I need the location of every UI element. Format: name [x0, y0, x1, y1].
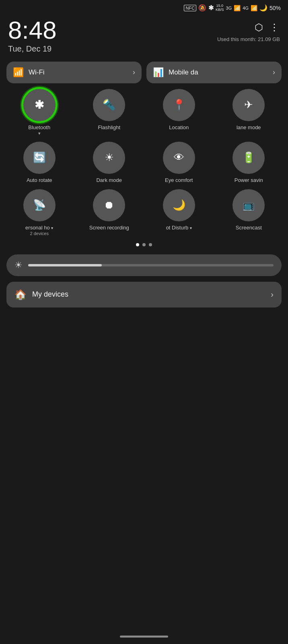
toggle-text-donotdisturb: ot Disturb ▾ — [166, 225, 192, 231]
flashlight-icon: 🔦 — [103, 99, 115, 111]
toggle-text-flashlight: Flashlight — [98, 124, 120, 130]
toggle-label-airplane: lane mode — [237, 124, 261, 131]
screencast-icon: 📺 — [243, 200, 255, 211]
eyecomfort-icon: 👁 — [174, 151, 184, 164]
clock-time: 8:48 — [8, 18, 57, 43]
my-devices-label: My devices — [32, 290, 265, 299]
signal-bars-4g: 📶 — [251, 5, 257, 11]
more-options-icon[interactable]: ⋮ — [269, 22, 280, 33]
quick-settings-panel: 📶 Wi-Fi › 📊 Mobile da › ✱Bluetooth▾🔦Flas… — [0, 58, 288, 246]
donotdisturb-icon: 🌙 — [173, 199, 185, 211]
toggle-circle-darkmode: ☀ — [93, 142, 125, 174]
location-icon: 📍 — [173, 99, 185, 111]
bluetooth-icon: ✱ — [35, 98, 44, 111]
wifi-label: Wi-Fi — [29, 68, 128, 76]
my-devices-button[interactable]: 🏠 My devices › — [6, 282, 282, 308]
screenrecord-icon: ⏺ — [104, 199, 114, 211]
hotspot-icon: 📡 — [33, 199, 46, 211]
toggle-text-hotspot: ersonal ho ▾ — [25, 225, 53, 231]
page-dot-1 — [142, 243, 146, 246]
toggle-circle-screencast: 📺 — [232, 189, 265, 221]
wide-buttons-row: 📶 Wi-Fi › 📊 Mobile da › — [6, 62, 282, 83]
toggle-circle-airplane: ✈ — [232, 89, 265, 121]
bottom-nav-indicator — [120, 636, 168, 638]
toggle-darkmode[interactable]: ☀Dark mode — [76, 142, 142, 184]
toggle-label-bluetooth: Bluetooth▾ — [28, 124, 50, 136]
toggle-circle-autorotate: 🔄 — [23, 142, 56, 174]
toggle-grid: ✱Bluetooth▾🔦Flashlight📍Location✈lane mod… — [6, 89, 282, 236]
top-right-icons: ⬡ ⋮ — [255, 22, 280, 33]
wifi-arrow: › — [133, 68, 135, 76]
toggle-flashlight[interactable]: 🔦Flashlight — [76, 89, 142, 136]
toggle-text-bluetooth: Bluetooth — [28, 124, 50, 130]
brightness-track[interactable] — [28, 264, 274, 266]
toggle-circle-bluetooth: ✱ — [23, 89, 56, 121]
do-not-disturb-icon: 🌙 — [259, 4, 267, 12]
toggle-location[interactable]: 📍Location — [146, 89, 212, 136]
top-right-panel: ⬡ ⋮ Used this month: 21.09 GB — [217, 18, 280, 42]
toggle-circle-screenrecord: ⏺ — [93, 189, 125, 221]
toggle-text-powersaving: Power savin — [235, 177, 263, 183]
status-icons: NFC 🔕 ✱ 15.0KB/S 3G 📶 4G 📶 🌙 50% — [184, 4, 281, 12]
mobile-data-arrow: › — [273, 68, 275, 76]
toggle-text-airplane: lane mode — [237, 124, 261, 130]
speed-indicator: 15.0KB/S — [216, 4, 224, 12]
toggle-text-autorotate: Auto rotate — [27, 177, 52, 183]
darkmode-icon: ☀ — [105, 151, 114, 164]
toggle-bluetooth[interactable]: ✱Bluetooth▾ — [6, 89, 72, 136]
time-block: 8:48 Tue, Dec 19 — [8, 18, 57, 54]
toggle-sublabel-bluetooth: ▾ — [28, 131, 50, 136]
4g-icon: 4G — [243, 6, 249, 10]
toggle-text-eyecomfort: Eye comfort — [165, 177, 193, 183]
toggle-label-eyecomfort: Eye comfort — [165, 176, 193, 184]
toggle-label-flashlight: Flashlight — [98, 124, 120, 131]
mobile-data-label: Mobile da — [169, 68, 268, 76]
toggle-label-autorotate: Auto rotate — [27, 176, 52, 184]
status-bar: NFC 🔕 ✱ 15.0KB/S 3G 📶 4G 📶 🌙 50% — [0, 0, 288, 14]
mobile-data-button[interactable]: 📊 Mobile da › — [146, 62, 282, 83]
toggle-text-darkmode: Dark mode — [96, 177, 122, 183]
toggle-circle-donotdisturb: 🌙 — [163, 189, 195, 221]
home-icon: 🏠 — [14, 289, 27, 300]
3g-icon: 3G — [226, 6, 232, 10]
top-section: 8:48 Tue, Dec 19 ⬡ ⋮ Used this month: 21… — [0, 14, 288, 58]
toggle-label-screencast: Screencast — [236, 224, 262, 231]
toggle-hotspot[interactable]: 📡ersonal ho ▾2 devices — [6, 189, 72, 236]
toggle-text-location: Location — [169, 124, 189, 130]
toggle-label-donotdisturb: ot Disturb ▾ — [166, 224, 192, 231]
toggle-eyecomfort[interactable]: 👁Eye comfort — [146, 142, 212, 184]
brightness-slider[interactable]: ☀ — [6, 254, 282, 276]
toggle-circle-flashlight: 🔦 — [93, 89, 125, 121]
toggle-screenrecord[interactable]: ⏺Screen recording — [76, 189, 142, 236]
toggle-text-screenrecord: Screen recording — [89, 225, 129, 231]
toggle-label-darkmode: Dark mode — [96, 176, 122, 184]
mobile-data-icon: 📊 — [153, 67, 164, 78]
toggle-circle-powersaving: 🔋 — [232, 142, 265, 174]
toggle-autorotate[interactable]: 🔄Auto rotate — [6, 142, 72, 184]
autorotate-icon: 🔄 — [33, 151, 46, 164]
wifi-button[interactable]: 📶 Wi-Fi › — [6, 62, 142, 83]
signal-bars-3g: 📶 — [234, 5, 241, 11]
wifi-icon: 📶 — [13, 67, 24, 78]
toggle-label-powersaving: Power savin — [235, 176, 263, 184]
toggle-label-location: Location — [169, 124, 189, 131]
toggle-airplane[interactable]: ✈lane mode — [216, 89, 282, 136]
toggle-powersaving[interactable]: 🔋Power savin — [216, 142, 282, 184]
airplane-icon: ✈ — [244, 99, 253, 111]
toggle-text-screencast: Screencast — [236, 225, 262, 231]
toggle-screencast[interactable]: 📺Screencast — [216, 189, 282, 236]
data-used-label: Used this month: 21.09 GB — [217, 36, 280, 42]
toggle-label-hotspot: ersonal ho ▾2 devices — [25, 224, 53, 236]
nfc-icon: NFC — [184, 5, 196, 11]
toggle-sublabel-hotspot: 2 devices — [25, 231, 53, 236]
brightness-fill — [28, 264, 102, 266]
toggle-donotdisturb[interactable]: 🌙ot Disturb ▾ — [146, 189, 212, 236]
powersaving-icon: 🔋 — [242, 151, 255, 164]
page-dots — [6, 243, 282, 246]
toggle-circle-hotspot: 📡 — [23, 189, 56, 221]
mute-icon: 🔕 — [198, 4, 206, 12]
shield-icon[interactable]: ⬡ — [255, 22, 263, 33]
brightness-icon: ☀ — [14, 260, 23, 270]
clock-date: Tue, Dec 19 — [8, 44, 57, 54]
toggle-label-screenrecord: Screen recording — [89, 224, 129, 231]
